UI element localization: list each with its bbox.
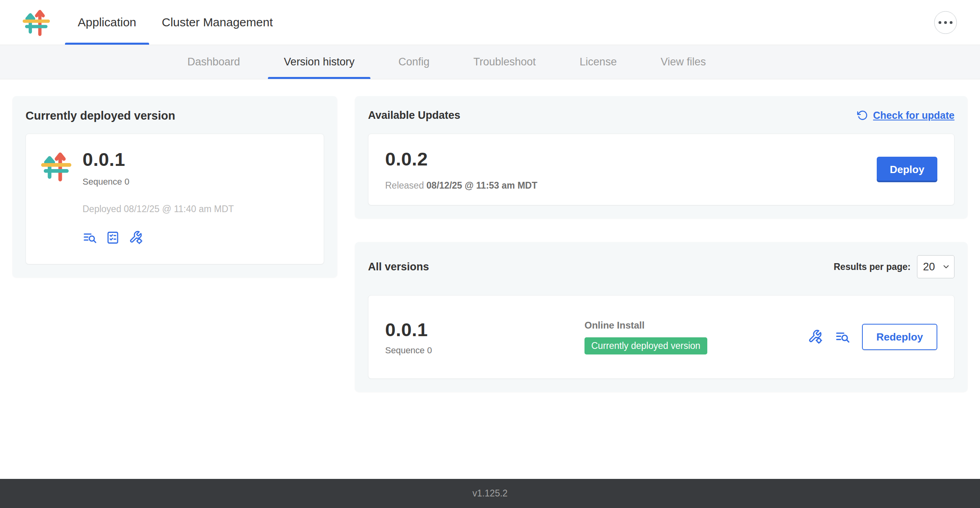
top-nav-tabs: Application Cluster Management: [65, 0, 285, 45]
subnav-tab-label: View files: [661, 56, 706, 68]
currently-deployed-badge: Currently deployed version: [584, 337, 707, 354]
currently-deployed-card: Currently deployed version 0.0.1 Sequenc…: [12, 96, 337, 278]
deployed-version-info: 0.0.1 Sequence 0 Deployed 08/12/25 @ 11:…: [83, 148, 234, 250]
version-history-content: Currently deployed version 0.0.1 Sequenc…: [0, 79, 980, 392]
released-date: 08/12/25 @ 11:53 am MDT: [427, 180, 537, 191]
available-updates-card: Available Updates Check for update 0.0.2…: [355, 96, 968, 219]
subnav-tab-label: Config: [398, 56, 429, 68]
footer-bar: v1.125.2: [0, 479, 980, 508]
deployed-card-title: Currently deployed version: [26, 109, 324, 122]
deployed-version-number: 0.0.1: [83, 148, 234, 170]
check-for-update-label: Check for update: [873, 110, 954, 121]
redeploy-button[interactable]: Redeploy: [862, 324, 937, 350]
tab-application[interactable]: Application: [65, 0, 149, 45]
tab-cluster-management[interactable]: Cluster Management: [149, 0, 285, 45]
subnav-tab-label: Troubleshoot: [473, 56, 536, 68]
check-for-update-link[interactable]: Check for update: [857, 110, 954, 121]
application-subnav: Dashboard Version history Config Trouble…: [0, 45, 980, 79]
all-versions-title: All versions: [368, 261, 429, 273]
overflow-menu-button[interactable]: [934, 11, 957, 34]
version-row-status: Online Install Currently deployed versio…: [584, 320, 707, 354]
results-per-page-select[interactable]: 20: [917, 255, 954, 278]
app-icon: [40, 148, 72, 250]
tab-cluster-management-label: Cluster Management: [162, 16, 273, 29]
ellipsis-icon: [939, 21, 952, 24]
results-per-page-label: Results per page:: [834, 262, 911, 272]
all-versions-header: All versions Results per page: 20: [368, 255, 954, 278]
tab-application-label: Application: [78, 16, 136, 29]
results-per-page: Results per page: 20: [834, 255, 954, 278]
version-row: 0.0.1 Sequence 0 Online Install Currentl…: [368, 295, 954, 379]
released-prefix: Released: [385, 180, 424, 191]
config-wrench-icon[interactable]: [129, 230, 143, 245]
deployed-sequence-label: Sequence 0: [83, 177, 234, 187]
update-released-line: Released 08/12/25 @ 11:53 am MDT: [385, 180, 537, 191]
config-wrench-icon[interactable]: [808, 329, 823, 345]
diff-logs-icon[interactable]: [83, 230, 97, 245]
subnav-tab-view-files[interactable]: View files: [645, 45, 722, 79]
update-row: 0.0.2 Released 08/12/25 @ 11:53 am MDT D…: [368, 134, 954, 205]
subnav-tab-config[interactable]: Config: [382, 45, 445, 79]
preflight-checks-icon[interactable]: [106, 230, 120, 245]
console-version-label: v1.125.2: [472, 488, 508, 499]
top-navbar: Application Cluster Management: [0, 0, 980, 45]
deployed-version-panel: 0.0.1 Sequence 0 Deployed 08/12/25 @ 11:…: [26, 134, 324, 264]
version-row-actions: Redeploy: [808, 324, 937, 350]
subnav-tab-license[interactable]: License: [564, 45, 633, 79]
version-row-info: 0.0.1 Sequence 0: [385, 319, 584, 356]
deployed-action-icons: [83, 230, 234, 245]
subnav-tab-label: Version history: [284, 56, 354, 68]
subnav-tab-dashboard[interactable]: Dashboard: [171, 45, 256, 79]
app-logo-icon: [22, 0, 51, 45]
right-column: Available Updates Check for update 0.0.2…: [355, 96, 968, 392]
subnav-tab-label: Dashboard: [187, 56, 240, 68]
available-updates-header: Available Updates Check for update: [368, 109, 954, 122]
row-sequence-label: Sequence 0: [385, 345, 584, 356]
subnav-tab-troubleshoot[interactable]: Troubleshoot: [457, 45, 552, 79]
admin-console-page: Application Cluster Management Dashboard…: [0, 0, 980, 508]
diff-logs-icon[interactable]: [835, 329, 850, 345]
install-type-label: Online Install: [584, 320, 707, 331]
all-versions-card: All versions Results per page: 20: [355, 242, 968, 392]
rotate-ccw-icon: [857, 110, 868, 121]
subnav-tab-label: License: [580, 56, 617, 68]
subnav-tab-version-history[interactable]: Version history: [268, 45, 370, 79]
deploy-button[interactable]: Deploy: [877, 157, 937, 182]
available-updates-title: Available Updates: [368, 109, 460, 122]
update-info: 0.0.2 Released 08/12/25 @ 11:53 am MDT: [385, 148, 537, 191]
deployed-timestamp: Deployed 08/12/25 @ 11:40 am MDT: [83, 204, 234, 215]
update-version-number: 0.0.2: [385, 148, 537, 170]
row-version-number: 0.0.1: [385, 319, 584, 341]
results-per-page-select-wrap: 20: [917, 255, 954, 278]
